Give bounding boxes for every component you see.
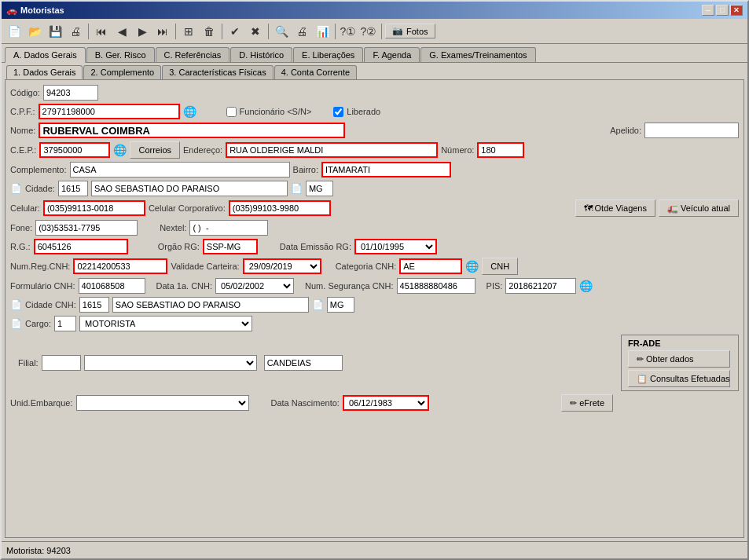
toolbar: 📄 📂 💾 🖨 ⏮ ◀ ▶ ⏭ ⊞ 🗑 ✔ ✖ 🔍 🖨 📊 ?① ?② 📷 Fo… bbox=[2, 19, 747, 44]
data-nascimento-select[interactable]: 06/12/1983 bbox=[343, 395, 429, 411]
numero-input[interactable] bbox=[477, 142, 524, 158]
filial-select[interactable] bbox=[84, 355, 257, 371]
cancel-button[interactable]: ✖ bbox=[246, 22, 265, 41]
celular-input[interactable] bbox=[43, 200, 145, 216]
main-window: 🚗 Motoristas ─ □ ✕ 📄 📂 💾 🖨 ⏮ ◀ ▶ ⏭ ⊞ 🗑 ✔… bbox=[0, 0, 749, 560]
rg-input[interactable] bbox=[34, 239, 128, 254]
cidade-cnh-nome-input[interactable] bbox=[112, 297, 309, 313]
unid-embarque-select[interactable] bbox=[76, 395, 249, 411]
globe3-icon[interactable]: 🌐 bbox=[465, 260, 479, 273]
sep1 bbox=[88, 24, 89, 39]
save-button[interactable]: 💾 bbox=[46, 22, 64, 41]
celular-corp-input[interactable] bbox=[229, 200, 331, 216]
print-button[interactable]: 🖨 bbox=[66, 22, 85, 41]
cidade-cnh-uf-input[interactable] bbox=[327, 297, 354, 313]
orgao-rg-input[interactable] bbox=[203, 239, 258, 254]
onde-viagens-button[interactable]: 🗺 Otde Viagens bbox=[575, 199, 655, 217]
tab-agenda[interactable]: F. Agenda bbox=[364, 47, 420, 63]
bairro-input[interactable] bbox=[321, 162, 451, 178]
celular-corp-label: Celular Corporativo: bbox=[149, 203, 226, 213]
tab-liberacoes[interactable]: E. Liberações bbox=[293, 47, 363, 63]
nome-row: Nome: Apelido: bbox=[10, 123, 739, 138]
veiculo-atual-button[interactable]: 🚛 Veículo atual bbox=[659, 199, 739, 217]
help2-button[interactable]: ?② bbox=[359, 22, 378, 41]
cargo-select[interactable]: MOTORISTA bbox=[79, 316, 252, 331]
obter-dados-button[interactable]: ✏ Obter dados bbox=[628, 350, 730, 368]
correios-button[interactable]: Correios bbox=[130, 141, 180, 159]
nome-input[interactable] bbox=[39, 123, 345, 138]
first-button[interactable]: ⏮ bbox=[92, 22, 111, 41]
funcionario-checkbox[interactable] bbox=[226, 107, 237, 117]
last-button[interactable]: ⏭ bbox=[153, 22, 172, 41]
data-emissao-rg-select[interactable]: 01/10/1995 bbox=[354, 239, 437, 254]
cep-label: C.E.P.: bbox=[10, 145, 36, 155]
complemento-input[interactable] bbox=[70, 162, 290, 178]
report-button[interactable]: 📊 bbox=[313, 22, 332, 41]
subtab-dados-gerais[interactable]: 1. Dados Gerais bbox=[6, 65, 83, 79]
pis-input[interactable] bbox=[505, 278, 576, 294]
filial-nome-input[interactable] bbox=[264, 355, 343, 371]
celular-row: Celular: Celular Corporativo: 🗺 Otde Via… bbox=[10, 199, 739, 217]
fone-input[interactable] bbox=[35, 220, 138, 236]
tab-referencias[interactable]: C. Referências bbox=[156, 47, 230, 63]
globe4-icon[interactable]: 🌐 bbox=[579, 280, 593, 292]
check-button[interactable]: ✔ bbox=[226, 22, 244, 41]
truck-icon: 🚛 bbox=[667, 203, 678, 214]
cidade-cnh-id-input[interactable] bbox=[79, 297, 109, 313]
efrete-icon: ✏ bbox=[570, 398, 577, 408]
globe2-icon[interactable]: 🌐 bbox=[113, 144, 127, 156]
new-button[interactable]: 📄 bbox=[5, 22, 24, 41]
apelido-input[interactable] bbox=[644, 123, 739, 138]
categoria-cnh-input[interactable] bbox=[399, 258, 462, 274]
cargo-id-input[interactable] bbox=[54, 316, 76, 331]
cep-input[interactable] bbox=[39, 142, 110, 158]
cpf-row: C.P.F.: 🌐 Funcionário <S/N> Liberado bbox=[10, 104, 739, 119]
tab-exames[interactable]: G. Exames/Treinamentos bbox=[420, 47, 535, 63]
validade-carteira-select[interactable]: 29/09/2019 bbox=[243, 258, 321, 274]
subtab-conta-corrente[interactable]: 4. Conta Corrente bbox=[274, 65, 357, 79]
nextel-label: Nextel: bbox=[160, 223, 186, 232]
grid-button[interactable]: ⊞ bbox=[179, 22, 198, 41]
codigo-row: Código: bbox=[10, 85, 739, 101]
codigo-label: Código: bbox=[10, 88, 40, 97]
subtab-caract-fisicas[interactable]: 3. Características Físicas bbox=[162, 65, 273, 79]
print2-button[interactable]: 🖨 bbox=[292, 22, 311, 41]
subtab-complemento[interactable]: 2. Complemento bbox=[83, 65, 161, 79]
filial-label: Filial: bbox=[18, 358, 39, 368]
formulario-cnh-input[interactable] bbox=[79, 278, 145, 294]
data-1a-cnh-label: Data 1a. CNH: bbox=[156, 281, 213, 291]
prev-button[interactable]: ◀ bbox=[112, 22, 131, 41]
tab-ger-risco[interactable]: B. Ger. Risco bbox=[86, 47, 155, 63]
num-reg-cnh-input[interactable] bbox=[73, 258, 167, 274]
globe-icon[interactable]: 🌐 bbox=[183, 105, 196, 118]
data-1a-cnh-select[interactable]: 05/02/2002 bbox=[215, 278, 294, 294]
tab-historico[interactable]: D. Histórico bbox=[230, 47, 292, 63]
cpf-input[interactable] bbox=[39, 104, 180, 119]
cnh-button[interactable]: CNH bbox=[482, 258, 518, 275]
nextel-input[interactable] bbox=[189, 220, 268, 236]
cidade-uf-input[interactable] bbox=[306, 181, 333, 196]
endereco-label: Endereço: bbox=[183, 145, 222, 155]
next-button[interactable]: ▶ bbox=[133, 22, 152, 41]
validade-carteira-label: Validade Carteira: bbox=[171, 262, 239, 271]
num-seguranca-cnh-input[interactable] bbox=[397, 278, 475, 294]
endereco-input[interactable] bbox=[226, 142, 438, 158]
cidade-id-input[interactable] bbox=[58, 181, 88, 196]
delete-button[interactable]: 🗑 bbox=[200, 22, 218, 41]
maximize-button[interactable]: □ bbox=[716, 5, 729, 16]
rg-label: R.G.: bbox=[10, 242, 31, 251]
consultas-efetuadas-button[interactable]: 📋 Consultas Efetuadas bbox=[628, 370, 730, 387]
tab-dados-gerais[interactable]: A. Dados Gerais bbox=[5, 47, 86, 63]
fotos-button[interactable]: 📷 Fotos bbox=[385, 24, 435, 38]
liberado-checkbox[interactable] bbox=[333, 107, 343, 117]
cidade-nome-input[interactable] bbox=[91, 181, 288, 196]
filial-id-input[interactable] bbox=[42, 355, 81, 371]
close-button[interactable]: ✕ bbox=[730, 5, 743, 16]
codigo-input[interactable] bbox=[43, 85, 98, 101]
minimize-button[interactable]: ─ bbox=[702, 5, 714, 16]
help1-button[interactable]: ?① bbox=[339, 22, 358, 41]
search-button[interactable]: 🔍 bbox=[272, 22, 291, 41]
efrete-button[interactable]: ✏ eFrete bbox=[561, 394, 613, 412]
open-button[interactable]: 📂 bbox=[25, 22, 44, 41]
num-reg-cnh-label: Num.Reg.CNH: bbox=[10, 262, 70, 271]
